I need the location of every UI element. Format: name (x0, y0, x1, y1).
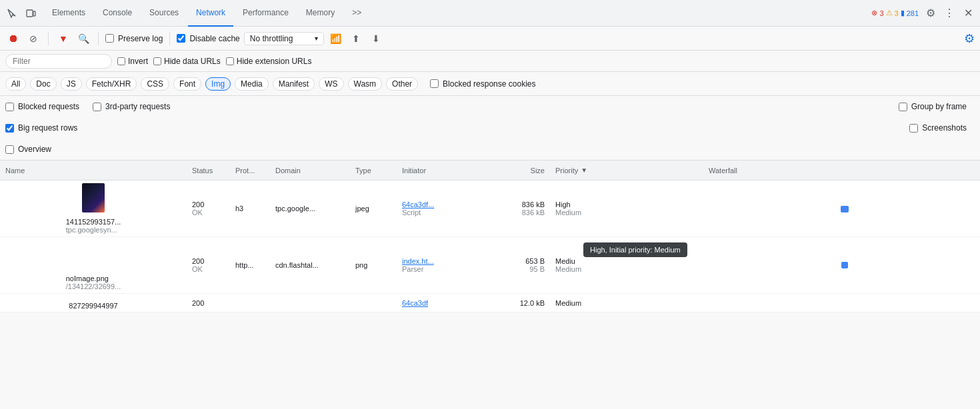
cell-status-2: 200 (187, 294, 230, 312)
cell-waterfall-0 (703, 181, 980, 236)
screenshots-checkbox[interactable] (909, 124, 918, 133)
third-party-checkbox[interactable] (93, 103, 101, 111)
table-row[interactable]: noImage.png /134122/32699... 200 OK http… (0, 237, 980, 294)
filter-js[interactable]: JS (61, 77, 82, 91)
filter-css[interactable]: CSS (141, 77, 169, 91)
cursor-icon[interactable] (5, 7, 19, 20)
tab-elements[interactable]: Elements (44, 0, 93, 27)
row-name-main-1: noImage.png (66, 274, 121, 282)
tab-performance[interactable]: Performance (235, 0, 297, 27)
preserve-log-checkbox[interactable] (105, 34, 114, 43)
cell-protocol-1: http... (230, 237, 270, 293)
filter-all[interactable]: All (5, 77, 26, 91)
cell-initiator-0: 64ca3df... Script (397, 181, 483, 236)
col-header-initiator[interactable]: Initiator (397, 167, 483, 175)
col-header-type[interactable]: Type (350, 167, 397, 175)
upload-icon[interactable]: ⬆ (348, 31, 364, 47)
cell-status-1: 200 OK (187, 237, 230, 293)
cell-name-1: noImage.png /134122/32699... (0, 237, 187, 293)
filter-font[interactable]: Font (173, 77, 201, 91)
table-row[interactable]: 141152993157... tpc.googlesyn... 200 OK … (0, 181, 980, 237)
filter-manifest[interactable]: Manifest (273, 77, 315, 91)
options-row-2: Big request rows Screenshots (5, 117, 975, 139)
hide-extension-urls-checkbox[interactable] (226, 57, 234, 65)
overview-label[interactable]: Overview (5, 145, 59, 154)
filter-wasm[interactable]: Wasm (348, 77, 383, 91)
cell-domain-0: tpc.google... (270, 181, 350, 236)
filter-toolbar: Invert Hide data URLs Hide extension URL… (0, 51, 980, 72)
col-header-name[interactable]: Name (0, 167, 187, 175)
col-header-protocol[interactable]: Prot... (230, 167, 270, 175)
filter-other[interactable]: Other (386, 77, 418, 91)
third-party-label[interactable]: 3rd-party requests (93, 102, 178, 111)
disable-cache-label[interactable]: Disable cache (177, 34, 239, 43)
cell-name-2: 827299944997 (0, 294, 187, 312)
type-filter-toolbar: All Doc JS Fetch/XHR CSS Font Img Media … (0, 72, 980, 96)
blocked-cookies-checkbox[interactable] (430, 79, 439, 88)
screenshots-label[interactable]: Screenshots (909, 123, 975, 133)
hide-data-urls-label[interactable]: Hide data URLs (153, 57, 221, 66)
filter-fetch-xhr[interactable]: Fetch/XHR (86, 77, 137, 91)
options-row-3: Overview (5, 139, 975, 160)
tab-console[interactable]: Console (95, 0, 140, 27)
invert-label[interactable]: Invert (117, 57, 148, 66)
table-body: 141152993157... tpc.googlesyn... 200 OK … (0, 181, 980, 312)
row-name-sub-1: /134122/32699... (66, 282, 121, 290)
wifi-icon[interactable]: 📶 (328, 31, 344, 47)
priority-tooltip: High, Initial priority: Medium (583, 242, 687, 257)
close-icon[interactable]: ✕ (961, 7, 975, 20)
svg-rect-1 (33, 11, 35, 16)
filter-ws[interactable]: WS (319, 77, 343, 91)
invert-checkbox[interactable] (117, 57, 125, 65)
thumbnail-0 (82, 183, 105, 212)
cell-size-1: 653 B 95 B (483, 237, 550, 293)
download-icon[interactable]: ⬇ (368, 31, 384, 47)
tab-more[interactable]: >> (344, 0, 369, 27)
filter-input[interactable] (5, 54, 112, 69)
clear-button[interactable]: ⊘ (25, 31, 41, 47)
network-settings-icon[interactable]: ⚙ (964, 31, 975, 46)
cell-status-0: 200 OK (187, 181, 230, 236)
col-header-status[interactable]: Status (187, 167, 230, 175)
blocked-requests-label[interactable]: Blocked requests (5, 102, 87, 111)
disable-cache-checkbox[interactable] (177, 34, 185, 43)
throttle-chevron-icon: ▾ (315, 35, 318, 42)
error-badge: ⊗ 3 ⚠ 3 ▮ 281 (871, 9, 919, 17)
col-header-size[interactable]: Size (483, 167, 550, 175)
tab-network[interactable]: Network (188, 0, 233, 27)
preserve-log-label[interactable]: Preserve log (105, 34, 163, 43)
throttle-selector[interactable]: No throttling ▾ (244, 32, 324, 45)
col-header-priority[interactable]: Priority ▼ (550, 167, 703, 175)
stop-recording-button[interactable]: ⏺ (5, 31, 21, 47)
table-header: Name Status Prot... Domain Type Initiato… (0, 161, 980, 181)
table-row[interactable]: 827299944997 200 64ca3df 12.0 kB Medium (0, 294, 980, 312)
device-icon[interactable] (24, 7, 37, 20)
gear-icon[interactable]: ⚙ (924, 7, 937, 20)
filter-icon[interactable]: ▼ (55, 31, 71, 47)
filter-media[interactable]: Media (235, 77, 269, 91)
col-header-domain[interactable]: Domain (270, 167, 350, 175)
cell-waterfall-2 (703, 294, 980, 312)
filter-img[interactable]: Img (205, 77, 231, 91)
waterfall-bar-1 (841, 262, 848, 268)
overview-checkbox[interactable] (5, 145, 14, 154)
search-button[interactable]: 🔍 (75, 31, 91, 47)
group-by-frame-label[interactable]: Group by frame (899, 102, 975, 111)
filter-doc[interactable]: Doc (30, 77, 56, 91)
more-icon[interactable]: ⋮ (943, 7, 956, 20)
big-request-rows-checkbox[interactable] (5, 124, 14, 133)
big-request-rows-label[interactable]: Big request rows (5, 123, 85, 133)
group-by-frame-checkbox[interactable] (899, 103, 907, 111)
waterfall-bar-0 (841, 206, 849, 212)
cell-priority-1: Mediu Medium High, Initial priority: Med… (550, 237, 703, 293)
tab-memory[interactable]: Memory (298, 0, 343, 27)
blocked-cookies-label[interactable]: Blocked response cookies (430, 79, 535, 89)
separator-3 (169, 32, 170, 45)
hide-data-urls-checkbox[interactable] (153, 57, 161, 65)
hide-extension-urls-label[interactable]: Hide extension URLs (226, 57, 312, 66)
col-header-waterfall[interactable]: Waterfall (703, 167, 980, 175)
network-toolbar: ⏺ ⊘ ▼ 🔍 Preserve log Disable cache No th… (0, 27, 980, 51)
cell-name-0: 141152993157... tpc.googlesyn... (0, 181, 187, 236)
tab-sources[interactable]: Sources (141, 0, 187, 27)
blocked-requests-checkbox[interactable] (5, 103, 14, 111)
